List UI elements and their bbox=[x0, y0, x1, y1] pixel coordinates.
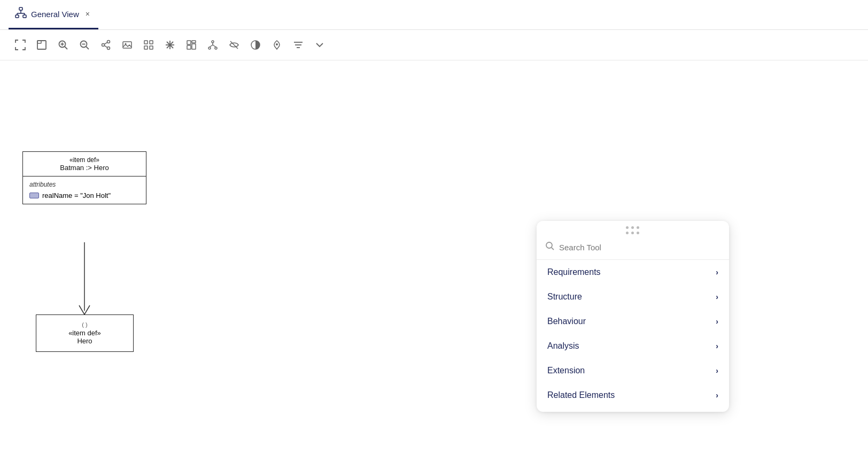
svg-point-36 bbox=[208, 47, 211, 49]
batman-name: Batman :> Hero bbox=[29, 164, 140, 172]
drag-dots bbox=[626, 226, 640, 235]
hero-node[interactable]: ( ) «item def» Hero bbox=[36, 314, 134, 352]
contrast-button[interactable] bbox=[246, 35, 265, 55]
tab-diagram-icon bbox=[15, 7, 27, 21]
svg-line-41 bbox=[230, 41, 238, 49]
svg-point-37 bbox=[215, 47, 217, 49]
structure-chevron: › bbox=[716, 293, 718, 301]
svg-rect-0 bbox=[19, 7, 22, 10]
related-elements-label: Related Elements bbox=[547, 390, 615, 400]
svg-point-17 bbox=[107, 47, 110, 50]
batman-attributes: attributes realName = "Jon Holt" bbox=[23, 176, 146, 204]
svg-rect-1 bbox=[15, 15, 19, 18]
svg-line-40 bbox=[213, 45, 216, 47]
more-button[interactable] bbox=[310, 35, 329, 55]
attr-value: realName = "Jon Holt" bbox=[42, 191, 111, 199]
hide-button[interactable] bbox=[224, 35, 244, 55]
hero-stereotype: «item def» bbox=[45, 329, 125, 337]
structure-label: Structure bbox=[547, 292, 582, 302]
hero-name: Hero bbox=[45, 337, 125, 345]
svg-rect-25 bbox=[144, 46, 148, 49]
search-input[interactable] bbox=[559, 243, 720, 252]
tab-close-button[interactable]: × bbox=[83, 9, 92, 19]
svg-rect-2 bbox=[23, 15, 26, 18]
canvas[interactable]: «item def» Batman :> Hero attributes rea… bbox=[0, 60, 868, 476]
share-button[interactable] bbox=[96, 35, 115, 55]
drag-dot bbox=[626, 226, 629, 229]
zoom-in-button[interactable] bbox=[53, 35, 73, 55]
general-view-tab[interactable]: General View × bbox=[9, 0, 98, 29]
pin-button[interactable] bbox=[267, 35, 286, 55]
image-button[interactable] bbox=[118, 35, 137, 55]
zoom-out-button[interactable] bbox=[75, 35, 94, 55]
floating-panel: Requirements › Structure › Behaviour › A… bbox=[537, 221, 729, 412]
svg-line-10 bbox=[65, 47, 67, 49]
toolbar bbox=[0, 30, 868, 60]
svg-point-48 bbox=[546, 242, 552, 248]
svg-line-14 bbox=[86, 47, 89, 49]
svg-rect-26 bbox=[150, 46, 153, 49]
svg-line-39 bbox=[210, 45, 213, 47]
svg-point-35 bbox=[212, 41, 214, 43]
svg-rect-24 bbox=[150, 41, 153, 44]
analysis-chevron: › bbox=[716, 342, 718, 350]
batman-stereotype: «item def» bbox=[29, 156, 140, 164]
menu-item-structure[interactable]: Structure › bbox=[537, 285, 729, 309]
grid-button[interactable] bbox=[139, 35, 158, 55]
svg-rect-32 bbox=[192, 41, 196, 43]
hero-node-content: ( ) «item def» Hero bbox=[36, 315, 133, 351]
svg-rect-23 bbox=[144, 41, 148, 44]
svg-rect-31 bbox=[187, 41, 191, 44]
filter-button[interactable] bbox=[289, 35, 308, 55]
svg-rect-7 bbox=[37, 41, 46, 49]
hero-paren: ( ) bbox=[45, 321, 125, 328]
drag-dot bbox=[631, 226, 634, 229]
drag-dot bbox=[637, 226, 639, 229]
attr-icon bbox=[29, 193, 39, 198]
analysis-label: Analysis bbox=[547, 341, 579, 351]
tab-bar: General View × bbox=[0, 0, 868, 30]
behaviour-chevron: › bbox=[716, 317, 718, 326]
search-icon bbox=[545, 241, 555, 253]
svg-point-18 bbox=[102, 44, 105, 47]
drag-dot bbox=[637, 232, 639, 234]
attributes-title: attributes bbox=[29, 181, 140, 188]
menu-item-requirements[interactable]: Requirements › bbox=[537, 260, 729, 285]
layout-button[interactable] bbox=[182, 35, 201, 55]
menu-item-extension[interactable]: Extension › bbox=[537, 358, 729, 383]
svg-rect-34 bbox=[192, 44, 196, 49]
tab-label: General View bbox=[31, 10, 79, 19]
connector-svg bbox=[0, 60, 868, 476]
fork-button[interactable] bbox=[203, 35, 222, 55]
svg-point-43 bbox=[276, 43, 278, 45]
fit-screen-button[interactable] bbox=[11, 35, 30, 55]
panel-drag-handle[interactable] bbox=[537, 221, 729, 237]
svg-line-19 bbox=[104, 42, 107, 44]
extension-chevron: › bbox=[716, 366, 718, 375]
requirements-chevron: › bbox=[716, 268, 718, 277]
menu-item-analysis[interactable]: Analysis › bbox=[537, 334, 729, 358]
panel-search-bar bbox=[537, 237, 729, 260]
extension-label: Extension bbox=[547, 366, 585, 375]
asterisk-button[interactable] bbox=[160, 35, 180, 55]
batman-node[interactable]: «item def» Batman :> Hero attributes rea… bbox=[22, 151, 146, 204]
menu-item-behaviour[interactable]: Behaviour › bbox=[537, 309, 729, 334]
svg-rect-21 bbox=[123, 42, 131, 48]
menu-item-related-elements[interactable]: Related Elements › bbox=[537, 383, 729, 408]
drag-dot bbox=[631, 232, 634, 234]
attr-row: realName = "Jon Holt" bbox=[29, 191, 140, 199]
svg-line-49 bbox=[552, 248, 554, 250]
requirements-label: Requirements bbox=[547, 267, 601, 277]
frame-button[interactable] bbox=[32, 35, 51, 55]
behaviour-label: Behaviour bbox=[547, 317, 586, 326]
svg-rect-8 bbox=[37, 41, 41, 43]
batman-node-header: «item def» Batman :> Hero bbox=[23, 152, 146, 176]
related-elements-chevron: › bbox=[716, 391, 718, 400]
svg-rect-33 bbox=[187, 45, 191, 49]
drag-dot bbox=[626, 232, 629, 234]
svg-point-16 bbox=[107, 41, 110, 43]
svg-line-20 bbox=[104, 45, 107, 48]
